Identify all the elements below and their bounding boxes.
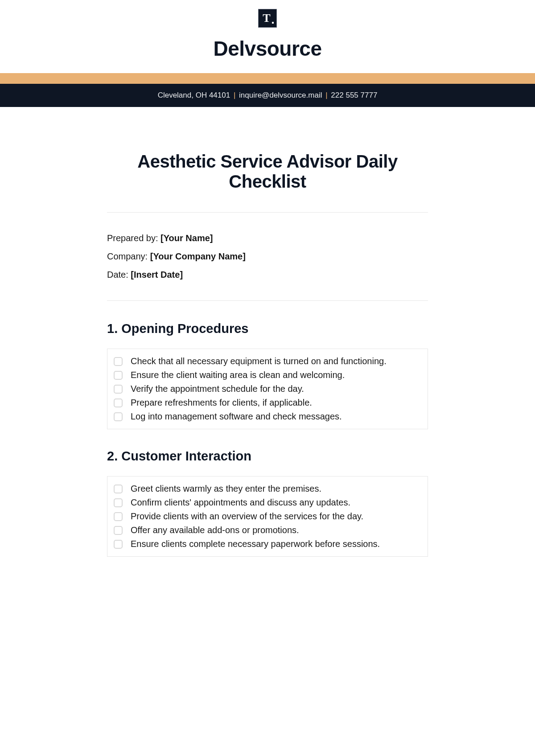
checklist-item: Verify the appointment schedule for the … xyxy=(114,382,421,396)
checklist-box: Check that all necessary equipment is tu… xyxy=(107,349,428,429)
accent-bar xyxy=(0,73,535,84)
document-header: T Delvsource xyxy=(0,0,535,61)
checkbox[interactable] xyxy=(114,526,123,535)
checklist-item: Check that all necessary equipment is tu… xyxy=(114,354,421,368)
checkbox[interactable] xyxy=(114,385,123,394)
checklist-item-text: Offer any available add-ons or promotion… xyxy=(131,525,299,535)
prepared-by-line: Prepared by: [Your Name] xyxy=(107,233,428,243)
checklist-item-text: Confirm clients' appointments and discus… xyxy=(131,497,350,508)
checklist-item: Provide clients with an overview of the … xyxy=(114,509,421,523)
checklist-item-text: Prepare refreshments for clients, if app… xyxy=(131,398,312,408)
checklist-item-text: Verify the appointment schedule for the … xyxy=(131,384,304,394)
company-line: Company: [Your Company Name] xyxy=(107,251,428,262)
divider xyxy=(107,300,428,301)
checkbox[interactable] xyxy=(114,498,123,507)
document-title: Aesthetic Service Advisor Daily Checklis… xyxy=(107,152,428,192)
checkbox[interactable] xyxy=(114,540,123,549)
contact-bar: Cleveland, OH 44101 | inquire@delvsource… xyxy=(0,84,535,107)
contact-address: Cleveland, OH 44101 xyxy=(158,91,230,99)
company-name: Delvsource xyxy=(0,37,535,61)
checkbox[interactable] xyxy=(114,485,123,493)
checklist-item: Log into management software and check m… xyxy=(114,410,421,423)
checkbox[interactable] xyxy=(114,371,123,380)
checklist-box: Greet clients warmly as they enter the p… xyxy=(107,476,428,557)
section-heading: 2. Customer Interaction xyxy=(107,449,428,464)
contact-phone: 222 555 7777 xyxy=(331,91,377,99)
logo-letter: T xyxy=(263,12,270,25)
logo-dot-icon xyxy=(272,22,274,24)
separator-icon: | xyxy=(325,91,327,99)
checklist-item-text: Check that all necessary equipment is tu… xyxy=(131,356,387,366)
date-line: Date: [Insert Date] xyxy=(107,270,428,280)
section-heading: 1. Opening Procedures xyxy=(107,321,428,336)
checklist-item-text: Greet clients warmly as they enter the p… xyxy=(131,484,321,494)
checklist-item-text: Ensure the client waiting area is clean … xyxy=(131,370,345,380)
checklist-item-text: Ensure clients complete necessary paperw… xyxy=(131,539,380,549)
document-body: Aesthetic Service Advisor Daily Checklis… xyxy=(62,152,473,557)
checkbox[interactable] xyxy=(114,512,123,521)
checklist-item: Prepare refreshments for clients, if app… xyxy=(114,396,421,410)
checkbox[interactable] xyxy=(114,399,123,407)
brand-logo: T xyxy=(258,9,277,28)
checkbox[interactable] xyxy=(114,412,123,421)
checklist-item: Ensure clients complete necessary paperw… xyxy=(114,537,421,551)
date-value: [Insert Date] xyxy=(131,270,183,279)
checklist-item: Confirm clients' appointments and discus… xyxy=(114,496,421,509)
checkbox[interactable] xyxy=(114,357,123,366)
prepared-by-value: [Your Name] xyxy=(160,233,213,243)
checklist-item-text: Provide clients with an overview of the … xyxy=(131,511,363,522)
divider xyxy=(107,212,428,213)
company-label: Company: xyxy=(107,251,150,261)
date-label: Date: xyxy=(107,270,131,279)
company-value: [Your Company Name] xyxy=(150,251,246,261)
separator-icon: | xyxy=(234,91,235,99)
checklist-item: Ensure the client waiting area is clean … xyxy=(114,368,421,382)
checklist-item-text: Log into management software and check m… xyxy=(131,411,342,422)
checklist-item: Offer any available add-ons or promotion… xyxy=(114,523,421,537)
checklist-item: Greet clients warmly as they enter the p… xyxy=(114,482,421,496)
prepared-by-label: Prepared by: xyxy=(107,233,160,243)
contact-email: inquire@delvsource.mail xyxy=(239,91,322,99)
